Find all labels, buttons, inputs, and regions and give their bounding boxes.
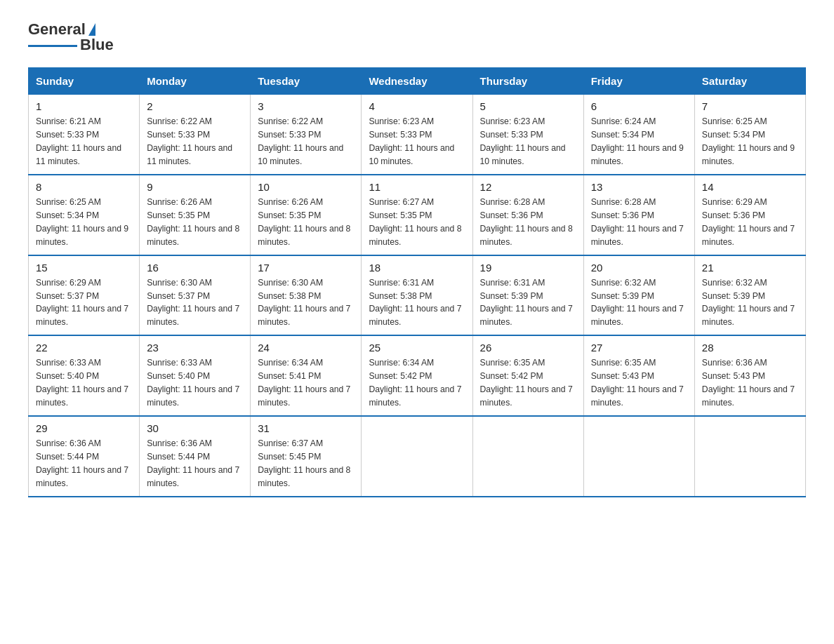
calendar-cell: 21 Sunrise: 6:32 AMSunset: 5:39 PMDaylig… [694,255,805,336]
day-number: 23 [147,342,243,354]
calendar-cell: 26 Sunrise: 6:35 AMSunset: 5:42 PMDaylig… [472,335,583,416]
sun-info: Sunrise: 6:31 AMSunset: 5:39 PMDaylight:… [480,276,576,330]
day-number: 11 [369,181,465,193]
calendar-week-row: 29 Sunrise: 6:36 AMSunset: 5:44 PMDaylig… [29,416,806,497]
calendar-cell: 22 Sunrise: 6:33 AMSunset: 5:40 PMDaylig… [29,335,140,416]
calendar-cell: 5 Sunrise: 6:23 AMSunset: 5:33 PMDayligh… [472,95,583,175]
day-number: 24 [258,342,354,354]
calendar-week-row: 8 Sunrise: 6:25 AMSunset: 5:34 PMDayligh… [29,175,806,255]
logo: General Blue [28,21,114,53]
sun-info: Sunrise: 6:35 AMSunset: 5:42 PMDaylight:… [480,356,576,410]
calendar-cell: 31 Sunrise: 6:37 AMSunset: 5:45 PMDaylig… [251,416,362,497]
day-number: 12 [480,181,576,193]
weekday-header-tuesday: Tuesday [251,68,362,95]
calendar-week-row: 22 Sunrise: 6:33 AMSunset: 5:40 PMDaylig… [29,335,806,416]
sun-info: Sunrise: 6:34 AMSunset: 5:41 PMDaylight:… [258,356,354,410]
logo-triangle-icon [88,23,95,36]
sun-info: Sunrise: 6:33 AMSunset: 5:40 PMDaylight:… [36,356,132,410]
day-number: 9 [147,181,243,193]
day-number: 1 [36,100,132,112]
calendar-cell: 2 Sunrise: 6:22 AMSunset: 5:33 PMDayligh… [140,95,251,175]
calendar-table: SundayMondayTuesdayWednesdayThursdayFrid… [28,67,806,497]
sun-info: Sunrise: 6:30 AMSunset: 5:38 PMDaylight:… [258,276,354,330]
day-number: 4 [369,100,465,112]
day-number: 31 [258,422,354,434]
day-number: 28 [702,342,798,354]
calendar-cell: 6 Sunrise: 6:24 AMSunset: 5:34 PMDayligh… [583,95,694,175]
weekday-header-monday: Monday [140,68,251,95]
sun-info: Sunrise: 6:36 AMSunset: 5:44 PMDaylight:… [147,437,243,490]
day-number: 22 [36,342,132,354]
weekday-header-row: SundayMondayTuesdayWednesdayThursdayFrid… [29,68,806,95]
calendar-cell: 3 Sunrise: 6:22 AMSunset: 5:33 PMDayligh… [251,95,362,175]
sun-info: Sunrise: 6:32 AMSunset: 5:39 PMDaylight:… [702,276,798,330]
sun-info: Sunrise: 6:25 AMSunset: 5:34 PMDaylight:… [36,196,132,249]
weekday-header-thursday: Thursday [472,68,583,95]
sun-info: Sunrise: 6:33 AMSunset: 5:40 PMDaylight:… [147,356,243,410]
day-number: 6 [591,100,687,112]
calendar-cell: 28 Sunrise: 6:36 AMSunset: 5:43 PMDaylig… [694,335,805,416]
logo-text: General [28,21,86,38]
day-number: 30 [147,422,243,434]
day-number: 17 [258,262,354,274]
sun-info: Sunrise: 6:23 AMSunset: 5:33 PMDaylight:… [369,115,465,168]
sun-info: Sunrise: 6:28 AMSunset: 5:36 PMDaylight:… [480,196,576,249]
calendar-cell: 10 Sunrise: 6:26 AMSunset: 5:35 PMDaylig… [251,175,362,255]
page-header: General Blue [28,21,806,53]
day-number: 15 [36,262,132,274]
calendar-cell: 25 Sunrise: 6:34 AMSunset: 5:42 PMDaylig… [362,335,472,416]
weekday-header-sunday: Sunday [29,68,140,95]
day-number: 8 [36,181,132,193]
calendar-cell: 16 Sunrise: 6:30 AMSunset: 5:37 PMDaylig… [140,255,251,336]
calendar-cell: 19 Sunrise: 6:31 AMSunset: 5:39 PMDaylig… [472,255,583,336]
calendar-cell: 7 Sunrise: 6:25 AMSunset: 5:34 PMDayligh… [694,95,805,175]
sun-info: Sunrise: 6:30 AMSunset: 5:37 PMDaylight:… [147,276,243,330]
day-number: 19 [480,262,576,274]
calendar-week-row: 15 Sunrise: 6:29 AMSunset: 5:37 PMDaylig… [29,255,806,336]
sun-info: Sunrise: 6:28 AMSunset: 5:36 PMDaylight:… [591,196,687,249]
calendar-week-row: 1 Sunrise: 6:21 AMSunset: 5:33 PMDayligh… [29,95,806,175]
calendar-cell [362,416,472,497]
day-number: 13 [591,181,687,193]
calendar-cell: 8 Sunrise: 6:25 AMSunset: 5:34 PMDayligh… [29,175,140,255]
calendar-cell: 30 Sunrise: 6:36 AMSunset: 5:44 PMDaylig… [140,416,251,497]
calendar-cell: 12 Sunrise: 6:28 AMSunset: 5:36 PMDaylig… [472,175,583,255]
sun-info: Sunrise: 6:29 AMSunset: 5:37 PMDaylight:… [36,276,132,330]
calendar-cell [583,416,694,497]
calendar-cell: 11 Sunrise: 6:27 AMSunset: 5:35 PMDaylig… [362,175,472,255]
calendar-cell [472,416,583,497]
weekday-header-saturday: Saturday [694,68,805,95]
calendar-cell: 18 Sunrise: 6:31 AMSunset: 5:38 PMDaylig… [362,255,472,336]
day-number: 29 [36,422,132,434]
sun-info: Sunrise: 6:29 AMSunset: 5:36 PMDaylight:… [702,196,798,249]
calendar-cell: 14 Sunrise: 6:29 AMSunset: 5:36 PMDaylig… [694,175,805,255]
sun-info: Sunrise: 6:34 AMSunset: 5:42 PMDaylight:… [369,356,465,410]
sun-info: Sunrise: 6:31 AMSunset: 5:38 PMDaylight:… [369,276,465,330]
calendar-cell: 4 Sunrise: 6:23 AMSunset: 5:33 PMDayligh… [362,95,472,175]
day-number: 2 [147,100,243,112]
day-number: 7 [702,100,798,112]
calendar-cell: 29 Sunrise: 6:36 AMSunset: 5:44 PMDaylig… [29,416,140,497]
logo-line [28,45,77,47]
sun-info: Sunrise: 6:22 AMSunset: 5:33 PMDaylight:… [258,115,354,168]
calendar-cell: 13 Sunrise: 6:28 AMSunset: 5:36 PMDaylig… [583,175,694,255]
calendar-cell: 17 Sunrise: 6:30 AMSunset: 5:38 PMDaylig… [251,255,362,336]
day-number: 26 [480,342,576,354]
sun-info: Sunrise: 6:36 AMSunset: 5:43 PMDaylight:… [702,356,798,410]
sun-info: Sunrise: 6:32 AMSunset: 5:39 PMDaylight:… [591,276,687,330]
sun-info: Sunrise: 6:37 AMSunset: 5:45 PMDaylight:… [258,437,354,490]
calendar-cell: 1 Sunrise: 6:21 AMSunset: 5:33 PMDayligh… [29,95,140,175]
day-number: 27 [591,342,687,354]
calendar-cell: 27 Sunrise: 6:35 AMSunset: 5:43 PMDaylig… [583,335,694,416]
sun-info: Sunrise: 6:23 AMSunset: 5:33 PMDaylight:… [480,115,576,168]
calendar-cell: 23 Sunrise: 6:33 AMSunset: 5:40 PMDaylig… [140,335,251,416]
calendar-cell [694,416,805,497]
day-number: 10 [258,181,354,193]
day-number: 25 [369,342,465,354]
day-number: 5 [480,100,576,112]
sun-info: Sunrise: 6:21 AMSunset: 5:33 PMDaylight:… [36,115,132,168]
day-number: 3 [258,100,354,112]
day-number: 18 [369,262,465,274]
calendar-cell: 9 Sunrise: 6:26 AMSunset: 5:35 PMDayligh… [140,175,251,255]
logo-blue-text: Blue [80,36,114,53]
